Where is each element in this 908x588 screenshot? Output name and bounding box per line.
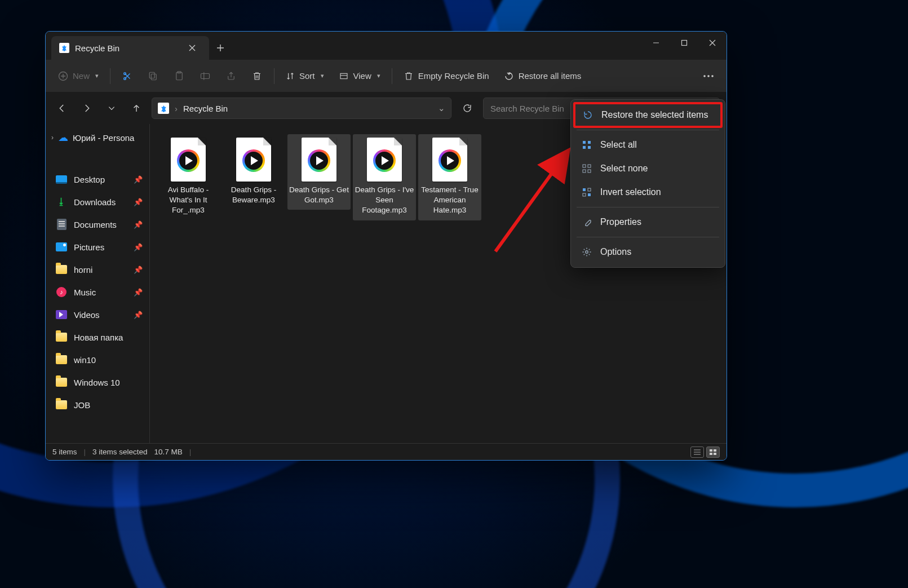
- share-button[interactable]: [219, 65, 243, 87]
- rename-icon: [200, 71, 211, 81]
- forward-button[interactable]: [77, 99, 96, 118]
- back-button[interactable]: [52, 99, 72, 118]
- share-icon: [226, 71, 236, 81]
- chevron-right-icon: ›: [51, 134, 54, 142]
- chevron-down-icon: ▾: [95, 72, 99, 79]
- delete-button[interactable]: [245, 65, 269, 87]
- select-all-icon: [581, 140, 592, 149]
- svg-rect-5: [149, 72, 154, 78]
- sidebar-personal[interactable]: › ☁ Юрий - Persona: [46, 126, 149, 149]
- chevron-down-icon[interactable]: ⌄: [438, 103, 445, 113]
- svg-rect-25: [588, 170, 591, 173]
- toolbar-divider: [110, 68, 110, 84]
- svg-rect-0: [682, 41, 687, 46]
- trash-icon: [404, 71, 414, 81]
- svg-rect-8: [201, 73, 210, 78]
- new-button[interactable]: New ▾: [51, 65, 105, 87]
- cut-button[interactable]: [115, 65, 140, 87]
- new-label: New: [73, 71, 90, 81]
- menu-label: Select none: [600, 163, 648, 174]
- sidebar-item[interactable]: win10: [46, 348, 149, 371]
- empty-label: Empty Recycle Bin: [418, 71, 489, 81]
- sidebar-item[interactable]: Pictures📌: [46, 236, 149, 258]
- sidebar-item[interactable]: horni📌: [46, 258, 149, 281]
- svg-rect-22: [583, 165, 586, 167]
- file-name: Avi Buffalo - What's In It For_.mp3: [158, 185, 219, 216]
- recent-locations-button[interactable]: [102, 99, 121, 118]
- view-button[interactable]: View ▾: [332, 65, 387, 87]
- status-selected: 3 items selected: [92, 448, 148, 456]
- sidebar-item-label: JOB: [74, 400, 90, 410]
- more-button[interactable]: [696, 65, 721, 87]
- gear-icon: [581, 247, 592, 257]
- up-button[interactable]: [127, 99, 146, 118]
- menu-restore-selected[interactable]: Restore the selected items: [573, 102, 723, 128]
- menu-invert-selection[interactable]: Invert selection: [574, 180, 721, 204]
- toolbar-divider: [392, 68, 392, 84]
- pin-icon: 📌: [134, 266, 143, 274]
- close-button[interactable]: [698, 32, 727, 54]
- scissors-icon: [122, 71, 132, 81]
- tab-close-button[interactable]: [184, 40, 200, 56]
- svg-rect-17: [714, 453, 716, 455]
- restore-all-label: Restore all items: [519, 71, 582, 81]
- menu-select-all[interactable]: Select all: [574, 133, 721, 157]
- chevron-down-icon: ▾: [377, 72, 380, 79]
- view-icon: [339, 72, 349, 81]
- sidebar-item[interactable]: Новая папка: [46, 326, 149, 348]
- pin-icon: 📌: [134, 198, 143, 206]
- svg-rect-16: [710, 453, 712, 455]
- menu-separator: [577, 207, 719, 207]
- pin-icon: 📌: [134, 175, 143, 184]
- sidebar-item-label: Pictures: [74, 242, 104, 252]
- empty-recycle-bin-button[interactable]: Empty Recycle Bin: [397, 65, 496, 87]
- icons-view-button[interactable]: [706, 446, 720, 458]
- menu-select-none[interactable]: Select none: [574, 157, 721, 180]
- file-item[interactable]: Death Grips - Get Got.mp3: [287, 134, 351, 210]
- sidebar-item[interactable]: ♪Music📌: [46, 281, 149, 303]
- play-icon: [439, 149, 461, 172]
- sidebar-item[interactable]: Desktop📌: [46, 168, 149, 191]
- svg-point-12: [711, 75, 714, 77]
- file-item[interactable]: Testament - True American Hate.mp3: [418, 134, 481, 220]
- maximize-button[interactable]: [670, 32, 698, 54]
- file-item[interactable]: Avi Buffalo - What's In It For_.mp3: [157, 134, 220, 220]
- sort-button[interactable]: Sort ▾: [279, 65, 331, 87]
- file-item[interactable]: Death Grips - I've Seen Footage.mp3: [353, 134, 416, 220]
- file-name: Testament - True American Hate.mp3: [419, 185, 480, 216]
- sidebar-item[interactable]: Videos📌: [46, 303, 149, 326]
- minimize-button[interactable]: [642, 32, 670, 54]
- invert-selection-icon: [581, 188, 592, 197]
- copy-button[interactable]: [141, 65, 166, 87]
- sidebar: › ☁ Юрий - Persona Desktop📌⭳Downloads📌Do…: [46, 124, 150, 443]
- chevron-down-icon: ▾: [321, 72, 324, 79]
- sidebar-item[interactable]: JOB: [46, 394, 149, 416]
- refresh-button[interactable]: [457, 98, 477, 118]
- svg-rect-26: [583, 188, 586, 191]
- file-item[interactable]: Death Grips - Beware.mp3: [222, 134, 285, 210]
- rename-button[interactable]: [193, 65, 218, 87]
- paste-button[interactable]: [167, 65, 192, 87]
- svg-rect-29: [588, 193, 591, 196]
- onedrive-icon: ☁: [58, 131, 68, 144]
- menu-options[interactable]: Options: [574, 240, 721, 264]
- tab-recycle-bin[interactable]: Recycle Bin: [51, 36, 209, 60]
- svg-rect-15: [714, 449, 716, 452]
- sidebar-item-label: Новая папка: [74, 333, 123, 342]
- sidebar-item[interactable]: ⭳Downloads📌: [46, 191, 149, 213]
- sidebar-item[interactable]: Documents📌: [46, 213, 149, 236]
- menu-properties[interactable]: Properties: [574, 210, 721, 234]
- trash-icon: [252, 71, 262, 81]
- play-icon: [242, 149, 265, 172]
- new-tab-button[interactable]: [209, 36, 232, 60]
- menu-label: Options: [600, 247, 631, 257]
- breadcrumb-location[interactable]: Recycle Bin: [183, 104, 228, 113]
- svg-point-11: [707, 75, 710, 77]
- address-bar[interactable]: › Recycle Bin ⌄: [152, 98, 451, 119]
- details-view-button[interactable]: [690, 446, 704, 458]
- menu-label: Invert selection: [600, 187, 661, 197]
- select-none-icon: [581, 164, 592, 173]
- copy-icon: [148, 71, 158, 81]
- restore-all-button[interactable]: Restore all items: [497, 65, 588, 87]
- sidebar-item[interactable]: Windows 10: [46, 371, 149, 394]
